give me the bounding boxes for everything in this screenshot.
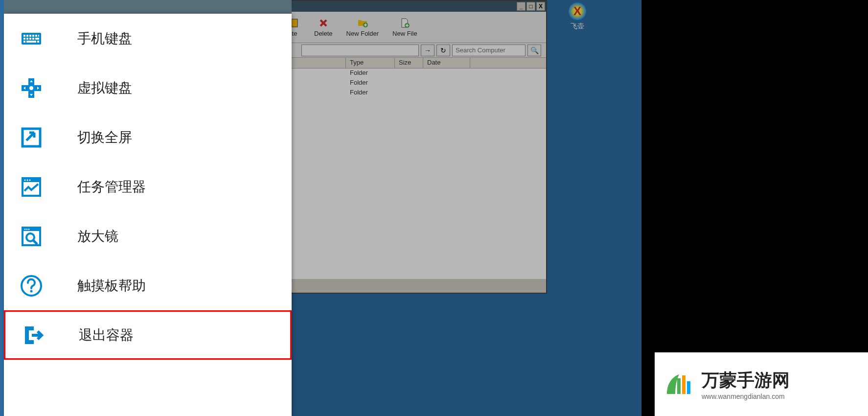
close-button[interactable]: X	[536, 2, 545, 11]
svg-rect-5	[26, 35, 28, 37]
new-folder-label: New Folder	[346, 30, 379, 37]
column-size[interactable]: Size	[395, 58, 423, 68]
svg-rect-11	[26, 38, 28, 40]
svg-point-18	[29, 86, 33, 90]
svg-point-29	[28, 229, 30, 230]
svg-rect-14	[35, 38, 39, 40]
search-icon: 🔍	[530, 46, 539, 54]
svg-point-32	[30, 290, 33, 292]
menu-item-magnifier[interactable]: 放大镜	[4, 211, 292, 261]
new-folder-icon	[357, 17, 368, 29]
minimize-button[interactable]: _	[517, 2, 525, 11]
maximize-button[interactable]: □	[526, 2, 535, 11]
svg-rect-6	[29, 35, 31, 37]
svg-rect-35	[687, 381, 690, 394]
svg-rect-15	[23, 41, 25, 43]
menu-item-virtual-keyboard[interactable]: 虚拟键盘	[4, 63, 292, 113]
desktop-icon-label: 飞壶	[571, 22, 584, 31]
svg-rect-17	[37, 41, 39, 43]
svg-rect-16	[26, 41, 36, 43]
svg-rect-10	[23, 38, 25, 40]
refresh-icon: ↻	[440, 46, 446, 54]
search-input[interactable]	[452, 45, 525, 56]
side-menu-panel: 手机键盘 虚拟键盘 切换全屏 任务管理器 放大镜 触摸板帮助 退	[4, 14, 292, 416]
svg-rect-34	[682, 375, 685, 394]
dpad-icon	[20, 76, 43, 100]
menu-header-bar	[4, 0, 292, 14]
svg-point-28	[26, 229, 28, 230]
keyboard-icon	[20, 27, 43, 50]
menu-label: 放大镜	[77, 227, 118, 246]
menu-item-toggle-fullscreen[interactable]: 切换全屏	[4, 113, 292, 162]
watermark-url: www.wanmengdianlan.com	[702, 393, 790, 400]
menu-label: 虚拟键盘	[77, 79, 132, 97]
help-icon	[20, 274, 43, 298]
menu-label: 任务管理器	[77, 178, 146, 196]
svg-point-27	[24, 229, 26, 230]
new-file-button[interactable]: New File	[392, 17, 417, 37]
menu-item-touchpad-help[interactable]: 触摸板帮助	[4, 261, 292, 310]
app-icon: X	[569, 2, 586, 20]
desktop-icon-feihup[interactable]: X 飞壶	[563, 2, 592, 31]
delete-button[interactable]: Delete	[314, 17, 333, 37]
task-manager-icon	[20, 175, 43, 199]
fullscreen-icon	[20, 126, 43, 149]
delete-icon	[318, 17, 329, 29]
svg-rect-8	[35, 35, 37, 37]
go-button[interactable]: →	[421, 45, 434, 56]
menu-label: 退出容器	[79, 326, 134, 345]
new-file-label: New File	[392, 30, 417, 37]
svg-point-22	[24, 179, 26, 181]
delete-label: Delete	[314, 30, 333, 37]
svg-rect-4	[23, 35, 25, 37]
svg-rect-0	[292, 19, 297, 27]
paste-label: te	[292, 30, 297, 37]
svg-point-23	[27, 179, 28, 181]
column-type[interactable]: Type	[346, 58, 395, 68]
search-button[interactable]: 🔍	[527, 45, 541, 56]
svg-rect-19	[23, 129, 40, 146]
svg-rect-13	[32, 38, 34, 40]
svg-point-30	[26, 233, 34, 241]
svg-rect-7	[32, 35, 34, 37]
menu-item-phone-keyboard[interactable]: 手机键盘	[4, 14, 292, 63]
column-date[interactable]: Date	[423, 58, 470, 68]
watermark-title: 万蒙手游网	[702, 369, 790, 393]
magnifier-icon	[20, 225, 43, 248]
new-folder-button[interactable]: New Folder	[346, 17, 379, 37]
exit-icon	[21, 324, 45, 347]
menu-label: 触摸板帮助	[77, 277, 146, 295]
svg-rect-9	[38, 35, 39, 37]
watermark: 万蒙手游网 www.wanmengdianlan.com	[655, 352, 868, 416]
svg-rect-33	[677, 378, 681, 394]
svg-rect-12	[29, 38, 31, 40]
menu-label: 切换全屏	[77, 128, 132, 147]
menu-label: 手机键盘	[77, 29, 132, 48]
menu-item-task-manager[interactable]: 任务管理器	[4, 162, 292, 211]
watermark-logo-icon	[664, 370, 694, 399]
new-file-icon	[399, 17, 411, 29]
address-input[interactable]	[301, 45, 419, 56]
svg-point-24	[29, 179, 31, 181]
menu-item-exit-container[interactable]: 退出容器	[4, 310, 292, 360]
refresh-button[interactable]: ↻	[436, 45, 450, 56]
